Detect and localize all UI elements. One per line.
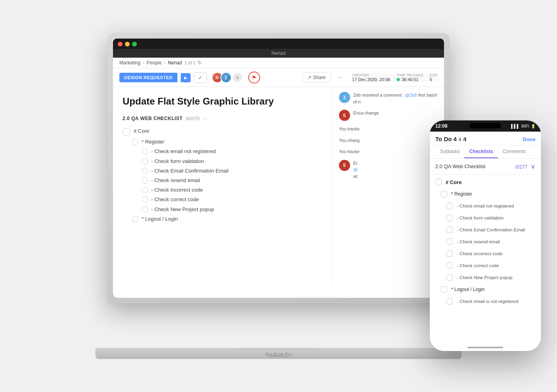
check-button[interactable]: ✓	[194, 72, 207, 83]
checklist-checkbox[interactable]	[142, 148, 148, 155]
checklist-item: - Check resend email	[123, 176, 323, 185]
phone-header-badge: 4	[458, 136, 461, 142]
checklist-item-label: - Check correct code	[151, 196, 199, 203]
right-panel: Z Zeb resolved a comment : @Zeb first ba…	[333, 87, 444, 283]
add-assignee-button[interactable]: +	[233, 73, 242, 82]
at-mention: @	[353, 167, 358, 172]
phone-items-container: # Core* Register- Check email not regist…	[430, 175, 541, 344]
phone-item-checkbox[interactable]	[446, 239, 453, 245]
phone-list-item: - Check Email Confirmation Email	[430, 224, 541, 236]
activity-item-5: You tracke	[339, 148, 438, 155]
checklist-more-button[interactable]: ···	[203, 115, 208, 122]
checklist-item: * Logout / Login	[123, 214, 323, 224]
flag-button[interactable]: ⚑	[248, 72, 260, 83]
breadcrumb-marketing[interactable]: Marketing	[119, 60, 140, 66]
activity-item-3: You tracke	[339, 126, 438, 132]
activity-text-3: You tracke	[339, 126, 360, 132]
activity-text-1: Zeb resolved a comment : @Zeb first batc…	[353, 92, 438, 105]
activity-avatar-zeb: Z	[339, 92, 350, 103]
phone-item-checkbox[interactable]	[446, 274, 453, 281]
checklist-item: - Check Email Confirmation Email	[123, 166, 323, 176]
checklist-checkbox[interactable]	[142, 168, 148, 174]
checklist-item: - Check form validation	[123, 157, 323, 166]
time-tracked-meta: TIME TRACKED 38:40:51	[397, 73, 423, 82]
maximize-icon[interactable]	[132, 42, 137, 47]
checklist-checkbox[interactable]	[132, 216, 138, 222]
phone-item-checkbox[interactable]	[441, 286, 447, 293]
phone-item-checkbox[interactable]	[446, 227, 453, 233]
created-label: CREATED	[352, 73, 390, 77]
window-title: Nenad	[271, 50, 285, 56]
wifi-icon: WiFi	[521, 124, 529, 128]
laptop-body: Nenad Marketing › People › Nenad 1 of 1 …	[107, 33, 450, 303]
phone-tab-comments[interactable]: Comments	[498, 146, 530, 158]
phone-item-checkbox[interactable]	[441, 191, 447, 197]
phone-header: To Do 4 4 4 Done	[430, 132, 541, 146]
phone-notch	[469, 123, 501, 128]
phone-tabs: Subtasks Checklists Comments	[430, 146, 541, 159]
phone-header-left: To Do 4 4 4	[435, 136, 466, 143]
breadcrumb-sep-1: ›	[143, 60, 144, 66]
breadcrumb-nenad[interactable]: Nenad	[168, 60, 182, 66]
phone-done-button[interactable]: Done	[523, 136, 536, 142]
checklist-item: - Check email not registered	[123, 147, 323, 156]
phone-tab-subtasks[interactable]: Subtasks	[435, 146, 464, 158]
checklist-checkbox[interactable]	[123, 128, 130, 136]
refresh-icon[interactable]: ↻	[198, 60, 202, 66]
status-button[interactable]: DESIGN REQUESTED	[119, 73, 177, 82]
phone-checklist-row[interactable]: 2.0 QA Web Checklist 0/277 ∨	[430, 159, 541, 175]
minimize-icon[interactable]	[125, 42, 130, 47]
activity-avatar-er: E	[339, 160, 350, 171]
checklist-item-label: - Check New Project popup	[151, 206, 214, 213]
screen-content: Marketing › People › Nenad 1 of 1 ↻ DESI…	[113, 58, 444, 298]
checklist-item-label: - Check form validation	[151, 158, 204, 165]
share-button[interactable]: ↗ Share	[302, 72, 331, 83]
checklist-checkbox[interactable]	[142, 187, 148, 193]
phone-item-label: # Core	[446, 179, 462, 185]
traffic-lights	[113, 39, 444, 49]
avatar-2[interactable]: Z	[220, 72, 232, 83]
phone-list-item: - Check incorrect code	[430, 248, 541, 260]
checklist-checkbox[interactable]	[132, 139, 138, 145]
checklist-items-container: # Core* Register- Check email not regist…	[123, 126, 323, 224]
phone-item-label: - Check New Project popup	[457, 275, 512, 280]
status-arrow-button[interactable]: ▶	[181, 73, 191, 82]
checklist-item: * Register	[123, 137, 323, 147]
phone-item-label: - Check correct code	[457, 263, 499, 268]
activity-item-1: Z Zeb resolved a comment : @Zeb first ba…	[339, 92, 438, 105]
phone-item-checkbox[interactable]	[446, 215, 453, 221]
battery-icon: 🔋	[531, 124, 536, 128]
phone-item-checkbox[interactable]	[446, 250, 453, 257]
breadcrumb-people[interactable]: People	[147, 60, 162, 66]
checklist-item-label: - Check incorrect code	[151, 186, 203, 194]
checklist-count: (0/277)	[186, 116, 200, 121]
checklist-checkbox[interactable]	[142, 206, 148, 213]
checklist-item: - Check incorrect code	[123, 185, 323, 195]
laptop: Nenad Marketing › People › Nenad 1 of 1 …	[107, 33, 450, 359]
checklist-item: - Check New Project popup	[123, 205, 323, 214]
checklist-checkbox[interactable]	[142, 196, 148, 203]
breadcrumb-count: 1 of 1	[184, 60, 195, 65]
phone-item-label: - Check form validation	[457, 215, 504, 220]
estimated-meta: ESTI 5	[430, 73, 438, 82]
laptop-base: MacBook Pro	[95, 348, 462, 359]
phone-item-checkbox[interactable]	[446, 262, 453, 269]
phone-list-item: # Core	[430, 176, 541, 188]
phone-item-checkbox[interactable]	[446, 298, 453, 305]
phone-checklist-name: 2.0 QA Web Checklist	[435, 163, 485, 169]
checklist-checkbox[interactable]	[142, 177, 148, 184]
close-icon[interactable]	[118, 42, 123, 47]
phone-item-checkbox[interactable]	[446, 203, 453, 209]
phone-tab-checklists[interactable]: Checklists	[464, 146, 498, 158]
checklist-item-label: - Check resend email	[151, 177, 200, 184]
chevron-down-icon: ∨	[531, 163, 536, 170]
time-tracking-dot	[397, 78, 400, 81]
checklist-checkbox[interactable]	[142, 158, 148, 165]
share-icon: ↗	[308, 75, 312, 80]
laptop-hinge	[239, 348, 318, 350]
home-indicator[interactable]	[467, 347, 503, 348]
more-button[interactable]: ···	[334, 72, 346, 83]
task-meta: CREATED 17 Dec 2020, 20:06 TIME TRACKED …	[352, 73, 438, 82]
phone-item-label: - Check resend email	[457, 239, 500, 244]
phone-item-checkbox[interactable]	[435, 179, 442, 185]
